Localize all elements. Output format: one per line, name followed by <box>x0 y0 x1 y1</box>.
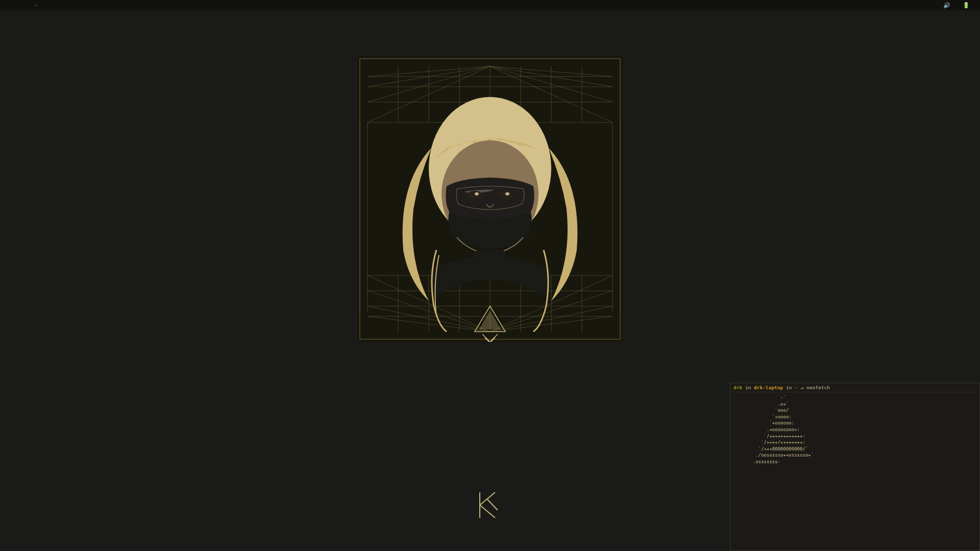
terminal-dir: ~ <box>795 385 798 390</box>
svg-point-48 <box>475 192 479 195</box>
terminal-content: -` .o+` `ooo/ `+oooo: `+oooooo: .+oooooo… <box>730 392 979 547</box>
main-content: drk in drk-laptop in ~ ↵ neofetch -` .o+… <box>0 10 980 551</box>
nav-chat[interactable] <box>35 5 37 6</box>
svg-rect-50 <box>475 250 505 281</box>
volume-icon: 🔊 <box>943 2 950 9</box>
battery-icon: 🔋 <box>963 2 970 9</box>
terminal-user: drk <box>733 385 742 390</box>
terminal-header: drk in drk-laptop in ~ ↵ neofetch <box>730 383 979 392</box>
topbar-nav <box>4 5 88 6</box>
ascii-art-display: -` .o+` `ooo/ `+oooo: `+oooooo: .+oooooo… <box>733 394 855 465</box>
svg-point-47 <box>498 191 513 199</box>
terminal-window: drk in drk-laptop in ~ ↵ neofetch -` .o+… <box>730 383 980 551</box>
artwork-frame <box>357 56 623 342</box>
svg-line-52 <box>480 492 495 505</box>
terminal-ascii: -` .o+` `ooo/ `+oooo: `+oooooo: .+oooooo… <box>730 392 858 547</box>
artwork-container <box>357 56 623 342</box>
svg-line-54 <box>487 499 498 510</box>
topbar: 🔊 🔋 <box>0 0 980 10</box>
logo-mark <box>475 490 505 520</box>
svg-point-49 <box>505 192 509 195</box>
terminal-host: drk-laptop <box>754 385 783 390</box>
topbar-status: 🔊 🔋 <box>937 2 976 9</box>
svg-point-46 <box>467 191 482 199</box>
svg-line-53 <box>480 505 495 518</box>
